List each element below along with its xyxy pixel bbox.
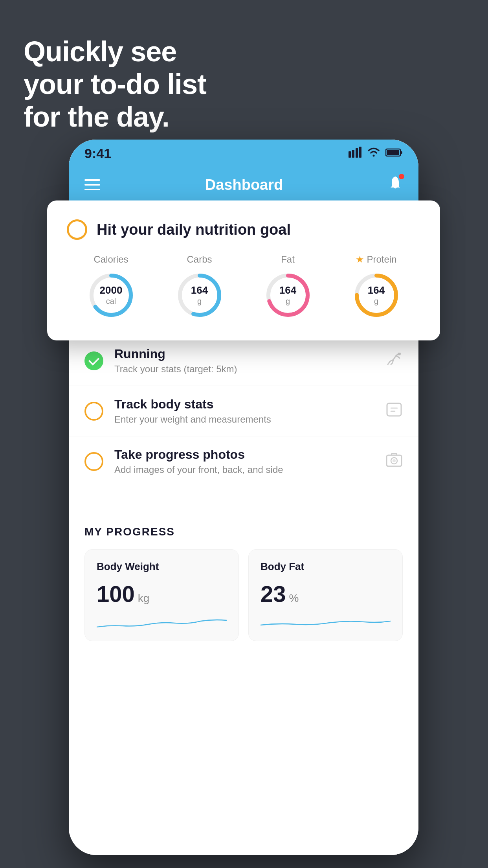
svg-point-6 [398, 353, 401, 355]
wifi-icon [367, 147, 381, 160]
svg-rect-2 [356, 148, 358, 158]
nutrition-grid: Calories 2000 cal Carbs [67, 254, 420, 321]
status-time: 9:41 [84, 146, 111, 161]
body-weight-chart [97, 613, 227, 633]
svg-point-10 [393, 459, 396, 462]
protein-star-icon: ★ [356, 254, 364, 265]
body-fat-chart [261, 613, 391, 633]
nutrition-calories: Calories 2000 cal [86, 254, 137, 321]
notification-dot [399, 174, 404, 179]
progress-section: MY PROGRESS Body Weight 100 kg [69, 510, 418, 653]
card-header: Hit your daily nutrition goal [67, 219, 420, 240]
todo-item-body-stats[interactable]: Track body stats Enter your weight and m… [69, 386, 418, 436]
nav-bar: Dashboard [69, 167, 418, 202]
todo-check-running [84, 351, 103, 370]
calories-donut: 2000 cal [86, 270, 137, 321]
status-bar: 9:41 [69, 140, 418, 167]
scale-icon [385, 402, 403, 421]
body-fat-card[interactable]: Body Fat 23 % [248, 549, 403, 641]
running-icon [385, 353, 403, 369]
hamburger-menu[interactable] [84, 179, 100, 190]
nutrition-fat: Fat 164 g [262, 254, 314, 321]
body-fat-value: 23 % [261, 581, 391, 607]
todo-check-photos [84, 452, 103, 471]
carbs-donut: 164 g [174, 270, 225, 321]
body-weight-value: 100 kg [97, 581, 227, 607]
todo-item-photos[interactable]: Take progress photos Add images of your … [69, 436, 418, 486]
body-weight-card[interactable]: Body Weight 100 kg [84, 549, 239, 641]
svg-rect-0 [349, 151, 351, 158]
protein-donut: 164 g [351, 270, 402, 321]
photo-icon [385, 452, 403, 471]
fat-donut: 164 g [262, 270, 314, 321]
progress-title: MY PROGRESS [84, 526, 403, 538]
nutrition-floating-card: Hit your daily nutrition goal Calories 2… [47, 200, 440, 340]
nav-title: Dashboard [205, 177, 283, 193]
nutrition-protein: ★ Protein 164 g [351, 254, 402, 321]
notification-bell[interactable] [388, 175, 403, 195]
progress-cards: Body Weight 100 kg Body Fat [84, 549, 403, 641]
card-circle-check [67, 219, 87, 240]
svg-rect-5 [387, 150, 399, 155]
todo-text-body-stats: Track body stats Enter your weight and m… [114, 397, 385, 425]
card-title: Hit your daily nutrition goal [97, 221, 291, 238]
headline: Quickly see your to-do list for the day. [24, 35, 206, 133]
todo-item-running[interactable]: Running Track your stats (target: 5km) [69, 335, 418, 386]
status-icons [349, 147, 403, 160]
svg-rect-3 [359, 147, 361, 158]
todo-text-running: Running Track your stats (target: 5km) [114, 347, 385, 375]
nutrition-carbs: Carbs 164 g [174, 254, 225, 321]
svg-rect-1 [352, 150, 354, 158]
todo-list: Running Track your stats (target: 5km) [69, 335, 418, 653]
svg-rect-7 [387, 403, 401, 416]
todo-text-photos: Take progress photos Add images of your … [114, 447, 385, 475]
todo-check-body-stats [84, 402, 103, 421]
signal-icon [349, 147, 362, 160]
battery-icon [385, 147, 403, 160]
